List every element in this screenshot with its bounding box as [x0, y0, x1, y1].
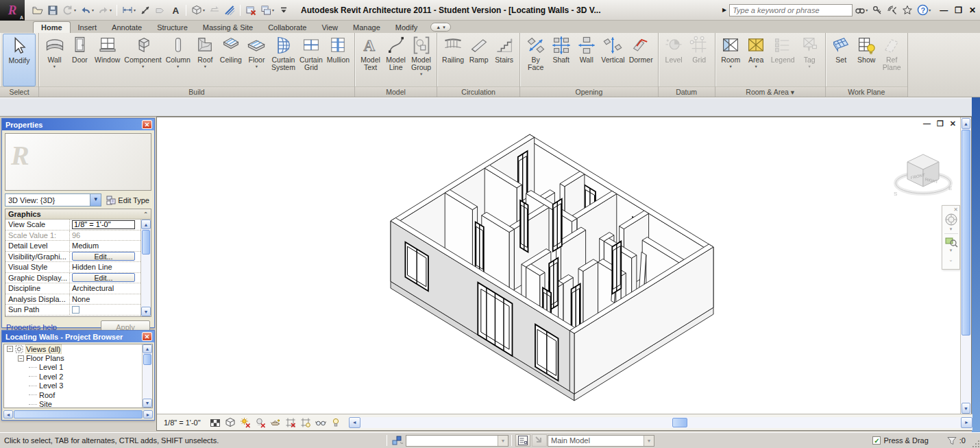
navbar-more-icon[interactable]: ⌄ — [949, 257, 953, 263]
tab-home[interactable]: Home — [33, 21, 71, 33]
ribbon-button-vertical[interactable]: Vertical — [599, 34, 626, 86]
design-options-button[interactable] — [515, 434, 530, 447]
project-browser-close-icon[interactable]: ✕ — [142, 332, 152, 341]
ribbon-button-grid[interactable]: Grid — [687, 34, 712, 86]
tree-item-site[interactable]: Site — [4, 399, 152, 408]
edit-button[interactable]: Edit... — [72, 252, 135, 261]
properties-title-bar[interactable]: Properties ✕ — [2, 119, 154, 130]
ribbon-button-model-line[interactable]: ModelLine — [383, 34, 408, 86]
ribbon-button-model-group[interactable]: ModelGroup▾ — [408, 34, 434, 86]
tab-view[interactable]: View — [314, 22, 345, 33]
tree-item-roof[interactable]: Roof — [4, 390, 152, 399]
show-rendering-icon[interactable] — [270, 417, 281, 428]
open-icon[interactable] — [31, 4, 45, 16]
tree-item-level-1[interactable]: Level 1 — [4, 363, 152, 372]
help-icon[interactable]: ?▾ — [917, 4, 931, 16]
section-icon[interactable] — [208, 4, 221, 16]
sync-icon[interactable]: ▾ — [61, 4, 77, 16]
tree-item-views-all[interactable]: −Views (all) — [4, 344, 152, 353]
ribbon-button-tag[interactable]: Tag▾ — [797, 34, 822, 86]
edit-button[interactable]: Edit... — [72, 273, 135, 282]
property-value[interactable]: Medium — [72, 241, 99, 250]
dropdown-arrow-icon[interactable]: ▾ — [53, 64, 56, 69]
tag-icon[interactable] — [154, 4, 167, 16]
ribbon-button-stairs[interactable]: Stairs — [491, 34, 517, 86]
property-value[interactable]: None — [72, 295, 90, 303]
dropdown-arrow-icon[interactable]: ▾ — [730, 64, 732, 69]
measure-icon[interactable] — [138, 4, 152, 16]
browser-vertical-scrollbar[interactable]: ▲ ▼ — [142, 344, 152, 408]
view-restore-icon[interactable]: ❐ — [937, 119, 944, 128]
restore-button[interactable]: ❐ — [955, 5, 962, 15]
navbar-chevron2-icon[interactable]: ▾ — [950, 248, 953, 253]
tree-item-level-2[interactable]: Level 2 — [4, 372, 152, 381]
subscription-key-icon[interactable] — [872, 5, 883, 16]
ribbon-button-modify[interactable]: Modify — [3, 34, 36, 86]
graphics-section-header[interactable]: Graphics⌃ — [5, 209, 151, 220]
ribbon-button-dormer[interactable]: Dormer — [627, 34, 655, 86]
design-option-combobox[interactable]: Main Model▼ — [548, 435, 654, 447]
ribbon-button-area[interactable]: Area▾ — [744, 34, 769, 86]
tab-modify[interactable]: Modify — [388, 22, 425, 33]
minimize-button[interactable]: — — [940, 5, 948, 15]
ribbon-button-component[interactable]: Component▾ — [122, 34, 163, 86]
dropdown-arrow-icon[interactable]: ▾ — [420, 71, 422, 76]
app-logo-icon[interactable]: RA — [0, 0, 25, 21]
dropdown-arrow-icon[interactable]: ▾ — [177, 64, 179, 69]
undo-icon[interactable]: ▾ — [79, 4, 95, 16]
ribbon-button-legend[interactable]: Legend — [769, 34, 797, 86]
panel-label-room-area[interactable]: Room & Area ▾ — [715, 86, 825, 97]
resize-grip[interactable] — [971, 439, 980, 448]
worksets-icon[interactable] — [392, 435, 404, 446]
ribbon-button-roof[interactable]: Roof▾ — [193, 34, 218, 86]
view3d-icon[interactable]: ▾ — [190, 4, 206, 16]
search-icon[interactable]: ▾ — [855, 5, 868, 16]
communication-center-icon[interactable] — [887, 5, 898, 16]
crop-view-icon[interactable] — [285, 417, 296, 428]
ribbon-button-curtain-grid[interactable]: CurtainGrid — [297, 34, 325, 86]
ribbon-button-level[interactable]: Level — [661, 34, 687, 86]
ribbon-button-ramp[interactable]: Ramp — [466, 34, 491, 86]
navbar-close-icon[interactable]: ✕ — [953, 207, 958, 213]
properties-close-icon[interactable]: ✕ — [142, 120, 152, 129]
ribbon-button-by-face[interactable]: ByFace — [523, 34, 548, 86]
drawing-area[interactable]: S E FRONT RIGHT — ❐ ✕ ✕ ▾ ▾ ⌄ ▲ ▼ 1/8" =… — [156, 117, 972, 431]
ribbon-button-ref-plane[interactable]: RefPlane — [879, 34, 905, 86]
help-search-input[interactable] — [729, 4, 853, 16]
view-close-icon[interactable]: ✕ — [950, 119, 956, 128]
sun-path-checkbox[interactable] — [72, 306, 79, 314]
reveal-hidden-icon[interactable] — [330, 417, 341, 428]
ribbon-button-wall-opening[interactable]: Wall — [574, 34, 599, 86]
save-icon[interactable] — [46, 4, 60, 16]
ribbon-button-ceiling[interactable]: Ceiling — [218, 34, 244, 86]
ribbon-button-curtain-system[interactable]: CurtainSystem — [269, 34, 297, 86]
steering-wheel-icon[interactable] — [944, 213, 958, 226]
favorites-star-icon[interactable] — [902, 5, 913, 16]
edit-type-button[interactable]: Edit Type — [104, 195, 151, 206]
dropdown-arrow-icon[interactable]: ▾ — [809, 64, 811, 69]
closehidden-icon[interactable] — [244, 4, 258, 16]
ribbon-button-floor[interactable]: Floor▾ — [244, 34, 269, 86]
ribbon-button-door[interactable]: Door — [67, 34, 93, 86]
tab-insert[interactable]: Insert — [71, 22, 105, 33]
ribbon-button-set[interactable]: Set — [829, 34, 854, 86]
customize-icon[interactable] — [277, 4, 291, 16]
ribbon-minimize-toggle[interactable]: ▲▾ — [430, 23, 450, 32]
ribbon-button-model-text[interactable]: AModelText — [358, 34, 383, 86]
tab-annotate[interactable]: Annotate — [104, 22, 149, 33]
worksets-combobox[interactable]: ▼ — [406, 435, 509, 447]
sun-path-icon[interactable] — [240, 417, 251, 428]
ribbon-button-show[interactable]: Show — [854, 34, 879, 86]
property-value-input[interactable] — [72, 220, 135, 229]
tab-massing-site[interactable]: Massing & Site — [195, 22, 260, 33]
press-drag-checkbox[interactable]: ✓ — [872, 436, 881, 445]
properties-scrollbar[interactable]: ▲ ▼ — [140, 220, 151, 316]
thinlines-icon[interactable] — [223, 4, 236, 16]
visual-style-icon[interactable] — [225, 417, 236, 428]
tree-expander-icon[interactable]: − — [18, 355, 24, 362]
property-value[interactable]: Hidden Line — [72, 263, 112, 271]
dropdown-arrow-icon[interactable]: ▾ — [142, 64, 144, 69]
ribbon-button-mullion[interactable]: Mullion — [325, 34, 352, 86]
tab-structure[interactable]: Structure — [149, 22, 195, 33]
combobox-arrow-icon[interactable]: ▼ — [90, 194, 101, 206]
